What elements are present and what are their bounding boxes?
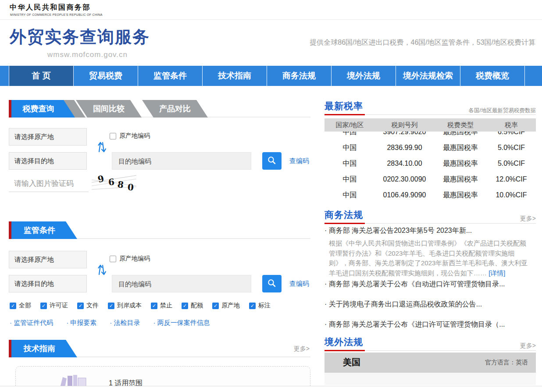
foreign-laws-country-panel[interactable]: 美国 官方语言：英语 bbox=[324, 353, 536, 373]
detail-link[interactable]: [详情] bbox=[489, 269, 505, 277]
rate-row[interactable]: 中国 2834.10.00 最惠国税率 5.0%CIF bbox=[324, 156, 536, 171]
col-country: 国家/地区 bbox=[324, 121, 375, 129]
filter-marking[interactable]: 标注 bbox=[249, 302, 271, 310]
country-name: 美国 bbox=[343, 356, 360, 368]
red-underline bbox=[324, 114, 365, 115]
col-tax-type: 税费类型 bbox=[434, 121, 487, 129]
regulation-section-header: 监管条件 bbox=[9, 221, 310, 239]
checked-checkbox-icon bbox=[77, 303, 84, 309]
query-tab-bar: 税费查询 国间比较 产品对比 bbox=[9, 100, 310, 118]
red-accent-bar bbox=[9, 221, 11, 239]
destination-code-input[interactable] bbox=[112, 152, 251, 170]
search-button[interactable] bbox=[262, 275, 282, 292]
org-name-cn: 中华人民共和国商务部 bbox=[10, 3, 91, 12]
site-title: 外贸实务查询服务 bbox=[10, 26, 150, 48]
origin-code-checkbox-row[interactable]: 原产地编码 bbox=[110, 255, 150, 263]
col-rate: 税率 bbox=[487, 121, 536, 129]
rates-ticker-viewport: 中国 3907.29.9020 最惠国税率 6.5%CIF 中国 2836.99… bbox=[324, 132, 536, 203]
filter-all[interactable]: 全部 bbox=[10, 302, 31, 310]
col-hs-code: 税则号列 bbox=[375, 121, 434, 129]
origin-code-checkbox[interactable] bbox=[110, 133, 116, 139]
checked-checkbox-icon bbox=[40, 303, 47, 309]
news-item[interactable]: · 关于跨境电子商务出口退运商品税收政策的公告... bbox=[324, 300, 482, 309]
tab-country-compare[interactable]: 国间比较 bbox=[76, 100, 142, 118]
regulation-filters: 全部 许可证 文件 到岸成本 禁止 配额 原产地 标注 bbox=[10, 302, 271, 310]
captcha-input[interactable] bbox=[9, 175, 89, 192]
lookup-code-link[interactable]: 查编码 bbox=[289, 280, 309, 288]
nav-item-regulatory[interactable]: 监管条件 bbox=[138, 66, 202, 86]
search-button[interactable] bbox=[262, 152, 282, 170]
filter-license[interactable]: 许可证 bbox=[40, 302, 68, 310]
latest-rates-header: 最新税率 各国/地区最新贸易税费数据 bbox=[324, 100, 536, 116]
origin-code-label: 原产地编码 bbox=[119, 132, 150, 140]
business-laws-more-link[interactable]: 更多> bbox=[520, 215, 536, 223]
captcha-image[interactable]: 9 6 8 0 bbox=[91, 173, 137, 193]
red-underline bbox=[324, 350, 365, 351]
tech-guide-section-header: 技术指南 更多> bbox=[9, 340, 310, 357]
destination-select[interactable]: 请选择目的地 bbox=[9, 152, 87, 170]
origin-select[interactable]: 请选择原产地 bbox=[9, 128, 87, 146]
rate-row[interactable]: 中国 2836.99.90 最惠国税率 5.0%CIF bbox=[324, 140, 536, 156]
destination-select[interactable]: 请选择目的地 bbox=[9, 275, 87, 292]
business-laws-title: 商务法规 bbox=[324, 209, 363, 221]
red-underline bbox=[324, 223, 365, 224]
nav-item-tech-guide[interactable]: 技术指南 bbox=[202, 66, 267, 86]
site-banner: 外贸实务查询服务 wmsw.mofcom.gov.cn 提供全球86国/地区进出… bbox=[0, 20, 542, 66]
business-laws-header: 商务法规 更多> bbox=[324, 209, 536, 225]
link-declaration-elements[interactable]: · 申报要素 bbox=[66, 319, 96, 327]
filter-prohibited[interactable]: 禁止 bbox=[151, 302, 172, 310]
origin-code-checkbox-row[interactable]: 原产地编码 bbox=[110, 132, 150, 140]
link-regulatory-cert-codes[interactable]: · 监管证件代码 bbox=[10, 319, 53, 327]
filter-cif-cost[interactable]: 到岸成本 bbox=[108, 302, 142, 310]
swap-arrows-icon[interactable] bbox=[96, 263, 107, 277]
nav-item-foreign-laws-search[interactable]: 境外法规检索 bbox=[396, 66, 460, 86]
site-domain: wmsw.mofcom.gov.cn bbox=[47, 50, 128, 59]
checked-checkbox-icon bbox=[182, 303, 188, 309]
nav-item-tax-overview[interactable]: 税费概览 bbox=[460, 66, 525, 86]
rates-table-header: 国家/地区 税则号列 税费类型 税率 bbox=[324, 118, 536, 132]
news-item[interactable]: · 商务部 海关总署关于公布《自动进口许可管理货物目录... bbox=[324, 280, 505, 289]
foreign-laws-more-link[interactable]: 更多> bbox=[520, 342, 536, 350]
nav-item-trade-tax[interactable]: 贸易税费 bbox=[73, 66, 138, 86]
org-name-en: MINISTRY OF COMMERCE PEOPLE'S REPUBLIC O… bbox=[10, 13, 103, 16]
page-bottom-strip bbox=[0, 386, 542, 392]
checked-checkbox-icon bbox=[108, 303, 114, 309]
rate-row[interactable]: 中国 0106.49.9090 最惠国税率 10.0%CIF bbox=[324, 187, 536, 203]
tech-guide-section-tab: 技术指南 bbox=[11, 340, 77, 357]
origin-code-label: 原产地编码 bbox=[119, 255, 150, 263]
regulation-quick-links: · 监管证件代码 · 申报要素 · 法检目录 · 两反一保案件信息 bbox=[10, 319, 210, 327]
news-item[interactable]: · 商务部 海关总署关于公布《进口许可证管理货物目录（... bbox=[324, 320, 505, 329]
regulation-query-form: 请选择原产地 原产地编码 请选择目的地 查编码 bbox=[9, 251, 310, 295]
filter-quota[interactable]: 配额 bbox=[182, 302, 203, 310]
news-summary: 根据《中华人民共和国货物进出口管理条例》《农产品进口关税配额管理暂行办法》和《2… bbox=[324, 239, 532, 278]
nav-item-business-laws[interactable]: 商务法规 bbox=[267, 66, 331, 86]
swap-arrows-icon[interactable] bbox=[96, 140, 107, 154]
checked-checkbox-icon bbox=[212, 303, 219, 309]
destination-code-input[interactable] bbox=[112, 275, 251, 292]
latest-rates-title: 最新税率 bbox=[324, 100, 363, 112]
captcha-digit: 6 bbox=[108, 177, 115, 188]
filter-origin[interactable]: 原产地 bbox=[212, 302, 240, 310]
right-column: 最新税率 各国/地区最新贸易税费数据 国家/地区 税则号列 税费类型 税率 中国… bbox=[324, 100, 536, 392]
link-inspection-catalog[interactable]: · 法检目录 bbox=[110, 319, 140, 327]
captcha-digit: 0 bbox=[127, 182, 134, 193]
link-trade-remedy-cases[interactable]: · 两反一保案件信息 bbox=[153, 319, 210, 327]
top-org-bar: 中华人民共和国商务部 MINISTRY OF COMMERCE PEOPLE'S… bbox=[0, 0, 542, 20]
red-accent-bar bbox=[9, 340, 11, 357]
filter-document[interactable]: 文件 bbox=[77, 302, 99, 310]
magnifier-icon bbox=[267, 278, 277, 288]
origin-select[interactable]: 请选择原产地 bbox=[9, 251, 87, 268]
foreign-laws-header: 境外法规 更多> bbox=[324, 336, 536, 352]
rate-row[interactable]: 中国 0202.30.0090 最惠国税率 12.0%CIF bbox=[324, 171, 536, 187]
tab-product-compare[interactable]: 产品对比 bbox=[142, 100, 208, 118]
news-item-featured[interactable]: · 商务部 海关总署公告2023年第5号 2023年新... bbox=[324, 226, 472, 235]
magnifier-icon bbox=[267, 156, 277, 165]
rate-row[interactable]: 中国 3907.29.9020 最惠国税率 6.5%CIF bbox=[324, 132, 536, 140]
nav-item-foreign-laws[interactable]: 境外法规 bbox=[331, 66, 396, 86]
lookup-code-link[interactable]: 查编码 bbox=[289, 157, 309, 165]
checked-checkbox-icon bbox=[10, 303, 16, 309]
tech-guide-more-link[interactable]: 更多> bbox=[294, 345, 310, 353]
origin-code-checkbox[interactable] bbox=[110, 256, 116, 262]
nav-item-home[interactable]: 首 页 bbox=[9, 66, 73, 86]
country-language: 官方语言：英语 bbox=[485, 359, 528, 367]
